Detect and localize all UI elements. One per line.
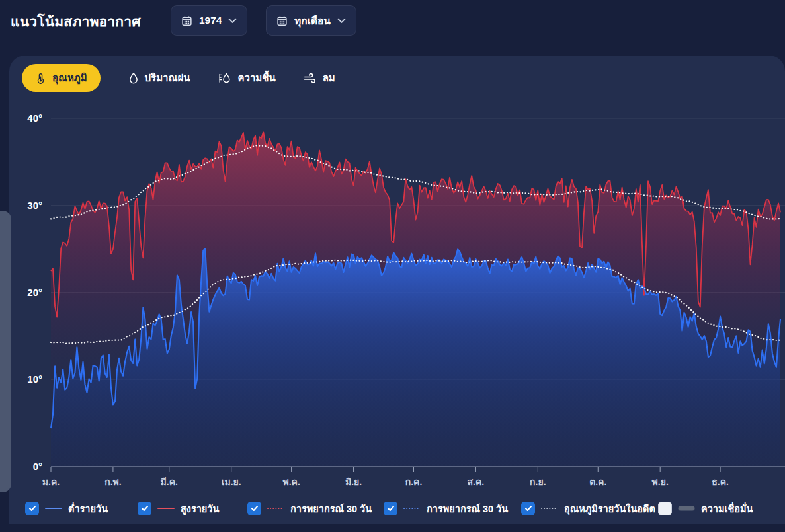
chevron-down-icon	[228, 18, 237, 24]
raindrop-icon	[128, 72, 139, 84]
legend-label: การพยากรณ์ 30 วัน	[427, 501, 508, 516]
year-dropdown[interactable]: 1974	[171, 5, 247, 36]
legend-label: ต่ำรายวัน	[68, 501, 108, 516]
calendar-icon	[276, 15, 288, 26]
tab-label: ลม	[323, 70, 335, 86]
wind-icon	[304, 73, 317, 83]
year-dropdown-value: 1974	[199, 15, 222, 26]
metric-tabs: อุณหภูมิ ปริมาณฝน ความชื้น	[22, 64, 335, 92]
legend-item-confidence[interactable]: ความเชื่อมั่น	[658, 500, 753, 516]
tab-label: อุณหภูมิ	[52, 70, 87, 86]
legend-label: ความเชื่อมั่น	[701, 501, 753, 516]
chevron-down-icon	[337, 18, 346, 24]
legend-swatch	[541, 503, 558, 513]
checkbox-historical[interactable]	[521, 502, 535, 515]
check-icon	[251, 504, 259, 512]
legend-swatch	[403, 503, 421, 513]
legend-swatch	[157, 503, 175, 513]
legend-swatch	[678, 503, 695, 513]
legend-swatch	[267, 503, 284, 513]
checkbox-daily-low[interactable]	[25, 502, 39, 515]
tab-wind[interactable]: ลม	[304, 64, 335, 92]
legend-item-forecast-low[interactable]: การพยากรณ์ 30 วัน	[384, 500, 508, 516]
checkbox-daily-high[interactable]	[138, 502, 151, 515]
thermometer-icon	[35, 72, 46, 84]
checkbox-forecast-low[interactable]	[384, 502, 397, 515]
check-icon	[28, 504, 36, 512]
checkbox-confidence[interactable]	[658, 502, 672, 515]
side-drawer-handle[interactable]	[0, 211, 11, 492]
legend-item-forecast-high[interactable]: การพยากรณ์ 30 วัน	[247, 500, 372, 516]
humidity-icon	[218, 72, 231, 84]
legend-label: การพยากรณ์ 30 วัน	[290, 501, 372, 516]
header: แนวโน้มสภาพอากาศ 1974	[0, 0, 785, 56]
tab-label: ความชื้น	[237, 70, 275, 86]
tab-humidity[interactable]: ความชื้น	[218, 64, 275, 92]
checkbox-forecast-high[interactable]	[247, 502, 261, 515]
weather-trends-page: แนวโน้มสภาพอากาศ 1974	[0, 0, 785, 532]
period-dropdown-value: ทุกเดือน	[294, 13, 331, 29]
period-dropdown[interactable]: ทุกเดือน	[266, 5, 356, 36]
page-title: แนวโน้มสภาพอากาศ	[11, 11, 141, 32]
weather-panel: อุณหภูมิ ปริมาณฝน ความชื้น	[9, 56, 785, 524]
legend-item-daily-low[interactable]: ต่ำรายวัน	[25, 500, 108, 516]
legend-item-historical[interactable]: อุณหภูมิรายวันในอดีต	[521, 500, 655, 516]
tab-precipitation[interactable]: ปริมาณฝน	[128, 64, 190, 92]
tab-label: ปริมาณฝน	[145, 70, 190, 86]
tab-temperature[interactable]: อุณหภูมิ	[22, 64, 101, 92]
check-icon	[387, 504, 395, 512]
check-icon	[524, 504, 532, 512]
legend-label: สูงรายวัน	[181, 501, 219, 516]
legend-item-daily-high[interactable]: สูงรายวัน	[138, 500, 219, 516]
legend-swatch	[45, 503, 62, 513]
legend-label: อุณหภูมิรายวันในอดีต	[564, 501, 655, 516]
chart-legend: ต่ำรายวัน สูงรายวัน การพยากรณ์ 30 วัน กา…	[0, 500, 785, 520]
check-icon	[141, 504, 149, 512]
calendar-icon	[181, 15, 192, 26]
